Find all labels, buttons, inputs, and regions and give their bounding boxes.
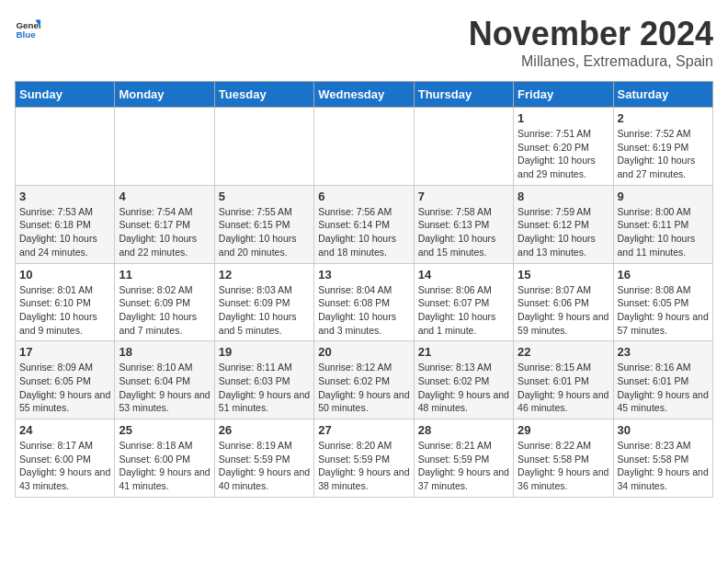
day-number: 20 [318, 345, 409, 359]
day-of-week-header: Wednesday [314, 82, 414, 108]
calendar-day-cell: 22Sunrise: 8:15 AM Sunset: 6:01 PM Dayli… [514, 341, 613, 419]
day-info: Sunrise: 8:11 AM Sunset: 6:03 PM Dayligh… [219, 361, 310, 415]
calendar-day-cell: 2Sunrise: 7:52 AM Sunset: 6:19 PM Daylig… [613, 108, 712, 186]
day-info: Sunrise: 8:12 AM Sunset: 6:02 PM Dayligh… [318, 361, 409, 415]
calendar-table: SundayMondayTuesdayWednesdayThursdayFrid… [15, 81, 713, 498]
day-info: Sunrise: 8:00 AM Sunset: 6:11 PM Dayligh… [618, 205, 709, 259]
header: General Blue November 2024 Millanes, Ext… [15, 15, 713, 70]
svg-text:Blue: Blue [16, 29, 36, 40]
calendar-day-cell: 7Sunrise: 7:58 AM Sunset: 6:13 PM Daylig… [414, 185, 513, 263]
calendar-day-cell: 23Sunrise: 8:16 AM Sunset: 6:01 PM Dayli… [613, 341, 712, 419]
calendar-week-row: 3Sunrise: 7:53 AM Sunset: 6:18 PM Daylig… [16, 185, 713, 263]
day-info: Sunrise: 7:59 AM Sunset: 6:12 PM Dayligh… [518, 205, 609, 259]
calendar-day-cell: 16Sunrise: 8:08 AM Sunset: 6:05 PM Dayli… [613, 263, 712, 341]
day-number: 4 [119, 190, 210, 203]
calendar-day-cell: 3Sunrise: 7:53 AM Sunset: 6:18 PM Daylig… [16, 185, 115, 263]
day-info: Sunrise: 7:54 AM Sunset: 6:17 PM Dayligh… [119, 205, 210, 259]
calendar-day-cell: 14Sunrise: 8:06 AM Sunset: 6:07 PM Dayli… [414, 263, 513, 341]
day-number: 6 [318, 190, 409, 203]
day-of-week-header: Thursday [414, 82, 513, 108]
calendar-day-cell: 19Sunrise: 8:11 AM Sunset: 6:03 PM Dayli… [214, 341, 313, 419]
calendar-day-cell: 24Sunrise: 8:17 AM Sunset: 6:00 PM Dayli… [16, 419, 115, 498]
day-number: 30 [618, 423, 709, 437]
calendar-day-cell: 6Sunrise: 7:56 AM Sunset: 6:14 PM Daylig… [314, 185, 414, 263]
title-area: November 2024 Millanes, Extremadura, Spa… [469, 15, 713, 70]
day-of-week-header: Monday [115, 82, 214, 108]
day-info: Sunrise: 7:56 AM Sunset: 6:14 PM Dayligh… [318, 205, 409, 259]
day-number: 21 [418, 345, 509, 359]
day-number: 5 [219, 190, 310, 203]
calendar-day-cell: 5Sunrise: 7:55 AM Sunset: 6:15 PM Daylig… [214, 185, 313, 263]
day-info: Sunrise: 8:22 AM Sunset: 5:58 PM Dayligh… [518, 439, 609, 493]
day-number: 7 [418, 190, 509, 203]
calendar-day-cell: 15Sunrise: 8:07 AM Sunset: 6:06 PM Dayli… [514, 263, 613, 341]
calendar-day-cell: 18Sunrise: 8:10 AM Sunset: 6:04 PM Dayli… [115, 341, 214, 419]
month-title: November 2024 [469, 15, 713, 53]
day-info: Sunrise: 8:10 AM Sunset: 6:04 PM Dayligh… [119, 361, 210, 415]
day-info: Sunrise: 7:55 AM Sunset: 6:15 PM Dayligh… [219, 205, 310, 259]
calendar-week-row: 24Sunrise: 8:17 AM Sunset: 6:00 PM Dayli… [16, 419, 713, 498]
day-info: Sunrise: 8:09 AM Sunset: 6:05 PM Dayligh… [19, 361, 110, 415]
calendar-day-cell: 11Sunrise: 8:02 AM Sunset: 6:09 PM Dayli… [115, 263, 214, 341]
day-number: 1 [518, 111, 609, 125]
day-of-week-header: Friday [514, 82, 613, 108]
day-info: Sunrise: 8:18 AM Sunset: 6:00 PM Dayligh… [119, 439, 210, 493]
day-number: 10 [19, 268, 110, 282]
day-number: 23 [618, 345, 709, 359]
day-number: 15 [518, 268, 609, 282]
day-info: Sunrise: 7:51 AM Sunset: 6:20 PM Dayligh… [518, 127, 609, 181]
day-info: Sunrise: 8:07 AM Sunset: 6:06 PM Dayligh… [518, 283, 609, 338]
day-number: 16 [618, 268, 709, 282]
calendar-day-cell: 9Sunrise: 8:00 AM Sunset: 6:11 PM Daylig… [613, 185, 712, 263]
day-info: Sunrise: 8:04 AM Sunset: 6:08 PM Dayligh… [318, 283, 409, 338]
day-number: 17 [19, 345, 110, 359]
day-info: Sunrise: 8:15 AM Sunset: 6:01 PM Dayligh… [518, 361, 609, 415]
day-info: Sunrise: 7:58 AM Sunset: 6:13 PM Dayligh… [418, 205, 509, 259]
day-number: 2 [618, 111, 709, 125]
calendar-day-cell: 21Sunrise: 8:13 AM Sunset: 6:02 PM Dayli… [414, 341, 513, 419]
day-of-week-header: Sunday [16, 82, 115, 108]
calendar-day-cell: 13Sunrise: 8:04 AM Sunset: 6:08 PM Dayli… [314, 263, 414, 341]
calendar-day-cell: 10Sunrise: 8:01 AM Sunset: 6:10 PM Dayli… [16, 263, 115, 341]
day-number: 28 [418, 423, 509, 437]
calendar-day-cell: 20Sunrise: 8:12 AM Sunset: 6:02 PM Dayli… [314, 341, 414, 419]
day-number: 18 [119, 345, 210, 359]
day-number: 26 [219, 423, 310, 437]
calendar-body: 1Sunrise: 7:51 AM Sunset: 6:20 PM Daylig… [16, 108, 713, 498]
day-info: Sunrise: 8:23 AM Sunset: 5:58 PM Dayligh… [618, 439, 709, 493]
logo: General Blue [15, 15, 40, 40]
calendar-day-cell: 4Sunrise: 7:54 AM Sunset: 6:17 PM Daylig… [115, 185, 214, 263]
day-number: 14 [418, 268, 509, 282]
day-number: 13 [318, 268, 409, 282]
day-number: 24 [19, 423, 110, 437]
calendar-day-cell: 26Sunrise: 8:19 AM Sunset: 5:59 PM Dayli… [214, 419, 313, 498]
calendar-day-cell [414, 108, 513, 186]
calendar-day-cell: 25Sunrise: 8:18 AM Sunset: 6:00 PM Dayli… [115, 419, 214, 498]
day-number: 11 [119, 268, 210, 282]
calendar-day-cell: 27Sunrise: 8:20 AM Sunset: 5:59 PM Dayli… [314, 419, 414, 498]
calendar-day-cell: 28Sunrise: 8:21 AM Sunset: 5:59 PM Dayli… [414, 419, 513, 498]
calendar-day-cell: 30Sunrise: 8:23 AM Sunset: 5:58 PM Dayli… [613, 419, 712, 498]
day-number: 22 [518, 345, 609, 359]
calendar-day-cell: 12Sunrise: 8:03 AM Sunset: 6:09 PM Dayli… [214, 263, 313, 341]
calendar-day-cell [16, 108, 115, 186]
day-info: Sunrise: 8:01 AM Sunset: 6:10 PM Dayligh… [19, 283, 110, 338]
day-info: Sunrise: 8:02 AM Sunset: 6:09 PM Dayligh… [119, 283, 210, 338]
calendar-day-cell: 8Sunrise: 7:59 AM Sunset: 6:12 PM Daylig… [514, 185, 613, 263]
day-number: 8 [518, 190, 609, 203]
calendar-week-row: 10Sunrise: 8:01 AM Sunset: 6:10 PM Dayli… [16, 263, 713, 341]
calendar-week-row: 1Sunrise: 7:51 AM Sunset: 6:20 PM Daylig… [16, 108, 713, 186]
day-number: 25 [119, 423, 210, 437]
day-info: Sunrise: 8:20 AM Sunset: 5:59 PM Dayligh… [318, 439, 409, 493]
calendar-day-cell: 29Sunrise: 8:22 AM Sunset: 5:58 PM Dayli… [514, 419, 613, 498]
day-info: Sunrise: 8:06 AM Sunset: 6:07 PM Dayligh… [418, 283, 509, 338]
day-of-week-header: Tuesday [214, 82, 313, 108]
calendar-week-row: 17Sunrise: 8:09 AM Sunset: 6:05 PM Dayli… [16, 341, 713, 419]
day-info: Sunrise: 7:53 AM Sunset: 6:18 PM Dayligh… [19, 205, 110, 259]
day-info: Sunrise: 7:52 AM Sunset: 6:19 PM Dayligh… [618, 127, 709, 181]
calendar-day-cell: 1Sunrise: 7:51 AM Sunset: 6:20 PM Daylig… [514, 108, 613, 186]
day-number: 19 [219, 345, 310, 359]
calendar-day-cell: 17Sunrise: 8:09 AM Sunset: 6:05 PM Dayli… [16, 341, 115, 419]
day-info: Sunrise: 8:13 AM Sunset: 6:02 PM Dayligh… [418, 361, 509, 415]
logo-icon: General Blue [15, 15, 40, 40]
